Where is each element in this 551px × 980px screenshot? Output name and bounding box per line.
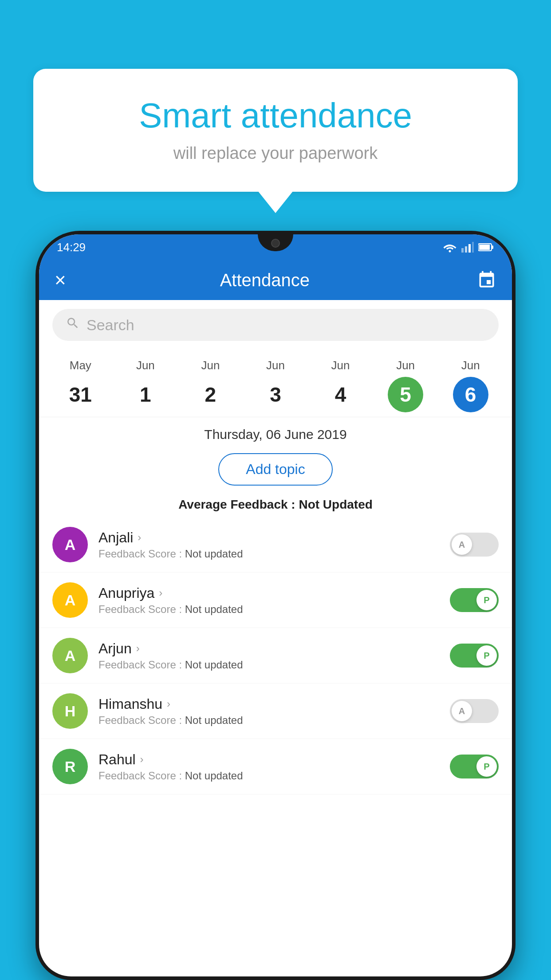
phone-inner: 14:29: [39, 234, 512, 976]
cal-date-5: 5: [388, 377, 423, 412]
student-list: AAnjali ›Feedback Score : Not updatedAAA…: [39, 517, 512, 794]
app-bar-title: Attendance: [66, 270, 464, 290]
calendar-day-5[interactable]: Jun5: [383, 359, 428, 412]
svg-point-0: [449, 250, 451, 253]
calendar-day-4[interactable]: Jun4: [319, 359, 363, 412]
cal-date-0: 31: [63, 377, 98, 412]
notch: [258, 234, 293, 251]
feedback-score-4: Feedback Score : Not updated: [98, 770, 439, 782]
toggle-knob-2: P: [476, 645, 497, 666]
notch-camera: [271, 239, 280, 248]
calendar-day-6[interactable]: Jun6: [449, 359, 493, 412]
toggle-container-1[interactable]: P: [450, 588, 499, 612]
chevron-icon-1: ›: [159, 587, 162, 599]
student-item-3[interactable]: HHimanshu ›Feedback Score : Not updatedA: [39, 684, 512, 739]
svg-rect-4: [472, 242, 474, 253]
add-topic-button[interactable]: Add topic: [218, 453, 332, 486]
search-bar[interactable]: Search: [52, 309, 499, 341]
cal-date-6: 6: [453, 377, 488, 412]
student-info-2: Arjun ›Feedback Score : Not updated: [98, 640, 439, 671]
svg-rect-2: [465, 246, 467, 253]
attendance-toggle-1[interactable]: P: [450, 588, 499, 612]
student-info-1: Anupriya ›Feedback Score : Not updated: [98, 585, 439, 616]
cal-month-1: Jun: [136, 359, 155, 372]
avatar-3: H: [52, 693, 88, 729]
calendar-day-1[interactable]: Jun1: [123, 359, 168, 412]
cal-month-6: Jun: [461, 359, 480, 372]
student-name-0: Anjali ›: [98, 530, 439, 546]
search-icon: [66, 316, 80, 334]
search-input-placeholder: Search: [87, 316, 134, 334]
avg-feedback-value: Not Updated: [299, 498, 372, 511]
cal-date-4: 4: [323, 377, 358, 412]
feedback-score-0: Feedback Score : Not updated: [98, 548, 439, 560]
student-name-1: Anupriya ›: [98, 585, 439, 601]
calendar-day-3[interactable]: Jun3: [253, 359, 298, 412]
student-info-4: Rahul ›Feedback Score : Not updated: [98, 751, 439, 782]
status-icons: [443, 242, 494, 253]
toggle-container-4[interactable]: P: [450, 755, 499, 778]
battery-icon: [478, 243, 494, 252]
student-name-2: Arjun ›: [98, 640, 439, 657]
student-info-3: Himanshu ›Feedback Score : Not updated: [98, 696, 439, 727]
avg-feedback: Average Feedback : Not Updated: [39, 492, 512, 517]
wifi-icon: [443, 242, 457, 253]
toggle-container-3[interactable]: A: [450, 699, 499, 723]
toggle-container-2[interactable]: P: [450, 644, 499, 668]
toggle-knob-3: A: [452, 701, 472, 721]
attendance-toggle-4[interactable]: P: [450, 755, 499, 778]
student-item-1[interactable]: AAnupriya ›Feedback Score : Not updatedP: [39, 573, 512, 628]
student-item-0[interactable]: AAnjali ›Feedback Score : Not updatedA: [39, 517, 512, 573]
cal-month-2: Jun: [201, 359, 220, 372]
svg-rect-1: [461, 248, 464, 253]
avatar-4: R: [52, 749, 88, 784]
avatar-0: A: [52, 527, 88, 562]
student-item-4[interactable]: RRahul ›Feedback Score : Not updatedP: [39, 739, 512, 794]
calendar-day-2[interactable]: Jun2: [188, 359, 232, 412]
search-container: Search: [39, 300, 512, 350]
attendance-toggle-0[interactable]: A: [450, 533, 499, 557]
feedback-score-3: Feedback Score : Not updated: [98, 714, 439, 727]
status-time: 14:29: [57, 241, 86, 254]
cal-month-5: Jun: [396, 359, 415, 372]
cal-month-3: Jun: [266, 359, 285, 372]
cal-date-1: 1: [128, 377, 163, 412]
speech-bubble: Smart attendance will replace your paper…: [33, 69, 518, 192]
calendar-day-0[interactable]: May31: [58, 359, 102, 412]
close-button[interactable]: ×: [55, 269, 66, 291]
attendance-toggle-2[interactable]: P: [450, 644, 499, 668]
calendar-strip: May31Jun1Jun2Jun3Jun4Jun5Jun6: [39, 350, 512, 417]
phone-frame: 14:29: [35, 231, 516, 980]
svg-rect-3: [468, 244, 471, 253]
toggle-container-0[interactable]: A: [450, 533, 499, 557]
attendance-toggle-3[interactable]: A: [450, 699, 499, 723]
bubble-title: Smart attendance: [64, 95, 487, 136]
cal-date-2: 2: [193, 377, 228, 412]
student-name-4: Rahul ›: [98, 751, 439, 768]
toggle-knob-1: P: [476, 590, 497, 610]
feedback-score-1: Feedback Score : Not updated: [98, 603, 439, 616]
date-header: Thursday, 06 June 2019: [39, 417, 512, 447]
signal-icon: [461, 242, 474, 253]
toggle-knob-0: A: [452, 534, 472, 555]
avatar-1: A: [52, 582, 88, 618]
chevron-icon-0: ›: [138, 531, 141, 544]
chevron-icon-3: ›: [167, 698, 170, 710]
calendar-icon[interactable]: [477, 270, 496, 290]
svg-rect-6: [479, 245, 490, 250]
svg-rect-7: [492, 245, 493, 249]
avg-feedback-label: Average Feedback :: [178, 498, 295, 511]
chevron-icon-4: ›: [140, 753, 144, 766]
student-name-3: Himanshu ›: [98, 696, 439, 712]
speech-bubble-container: Smart attendance will replace your paper…: [33, 69, 518, 192]
student-item-2[interactable]: AArjun ›Feedback Score : Not updatedP: [39, 628, 512, 684]
cal-month-0: May: [70, 359, 91, 372]
toggle-knob-4: P: [476, 756, 497, 777]
student-info-0: Anjali ›Feedback Score : Not updated: [98, 530, 439, 560]
avatar-2: A: [52, 638, 88, 673]
feedback-score-2: Feedback Score : Not updated: [98, 659, 439, 671]
app-bar: × Attendance: [39, 260, 512, 300]
status-bar: 14:29: [39, 234, 512, 260]
cal-date-3: 3: [258, 377, 293, 412]
bubble-subtitle: will replace your paperwork: [64, 144, 487, 163]
